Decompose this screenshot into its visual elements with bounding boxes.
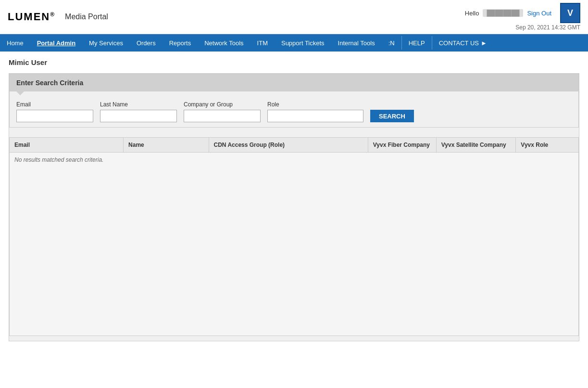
search-fields: Email Last Name Company or Group Role SE… [10, 91, 578, 127]
table-header: Email Name CDN Access Group (Role) Vyvx … [10, 138, 578, 153]
col-satellite: Vyvx Satellite Company [436, 138, 516, 153]
search-panel: Enter Search Criteria Email Last Name Co… [9, 74, 579, 128]
col-cdn: CDN Access Group (Role) [209, 138, 368, 153]
hello-label: Hello [465, 10, 479, 17]
top-bar: LUMEN® Media Portal Hello ████████ Sign … [0, 0, 588, 34]
table-row: No results matched search criteria. [10, 153, 578, 167]
lastname-input[interactable] [100, 110, 177, 122]
col-name: Name [124, 138, 209, 153]
empty-message: No results matched search criteria. [10, 153, 578, 167]
nav-itm[interactable]: ITM [250, 34, 275, 52]
results-container: Email Name CDN Access Group (Role) Vyvx … [9, 137, 579, 336]
signout-link[interactable]: Sign Out [527, 10, 551, 17]
nav-contact-us-label: CONTACT US [439, 39, 479, 47]
user-info: Hello ████████ Sign Out V [465, 3, 580, 23]
nav-home[interactable]: Home [0, 34, 30, 52]
search-panel-header: Enter Search Criteria [10, 74, 578, 91]
logo-text: LUMEN [8, 11, 50, 23]
company-field-group: Company or Group [184, 101, 261, 122]
vyvx-logo-text: V [567, 8, 573, 18]
nav-orders[interactable]: Orders [130, 34, 163, 52]
col-role: Vyvx Role [516, 138, 578, 153]
nav-help[interactable]: HELP [402, 34, 432, 52]
company-label: Company or Group [184, 101, 261, 108]
nav-internal-tools[interactable]: Internal Tools [331, 34, 382, 52]
page-heading: Mimic User [9, 58, 579, 66]
nav-network-tools[interactable]: Network Tools [198, 34, 250, 52]
nav-n[interactable]: :N [382, 34, 401, 52]
table-scroll-area[interactable]: No results matched search criteria. [10, 153, 578, 336]
lastname-label: Last Name [100, 101, 177, 108]
email-label: Email [16, 101, 93, 108]
top-bar-left: LUMEN® Media Portal [8, 11, 108, 23]
results-table: Email Name CDN Access Group (Role) Vyvx … [10, 138, 578, 153]
chevron-right-icon: ► [481, 39, 487, 47]
results-body-table: No results matched search criteria. [10, 153, 578, 167]
email-field-group: Email [16, 101, 93, 122]
search-button[interactable]: SEARCH [370, 110, 414, 122]
role-label: Role [267, 101, 363, 108]
nav-my-services[interactable]: My Services [82, 34, 130, 52]
company-input[interactable] [184, 110, 261, 122]
lastname-field-group: Last Name [100, 101, 177, 122]
col-email: Email [10, 138, 124, 153]
page-content: Mimic User Enter Search Criteria Email L… [0, 52, 588, 348]
role-input[interactable] [267, 110, 363, 122]
top-bar-right: Hello ████████ Sign Out V Sep 20, 2021 1… [465, 3, 580, 31]
datetime: Sep 20, 2021 14:32 GMT [515, 24, 580, 31]
portal-title: Media Portal [65, 13, 108, 21]
outer-panel: Enter Search Criteria Email Last Name Co… [9, 73, 579, 341]
username: ████████ [483, 9, 523, 17]
nav-bar: Home Portal Admin My Services Orders Rep… [0, 34, 588, 52]
nav-contact-us[interactable]: CONTACT US ► [432, 34, 494, 52]
nav-support-tickets[interactable]: Support Tickets [275, 34, 331, 52]
search-panel-title: Enter Search Criteria [16, 79, 83, 87]
logo-reg: ® [50, 11, 55, 18]
table-body: No results matched search criteria. [10, 153, 578, 167]
col-fiber: Vyvx Fiber Company [368, 138, 436, 153]
role-field-group: Role [267, 101, 363, 122]
nav-reports[interactable]: Reports [163, 34, 198, 52]
email-input[interactable] [16, 110, 93, 122]
lumen-logo: LUMEN® [8, 11, 55, 23]
nav-portal-admin[interactable]: Portal Admin [30, 34, 82, 52]
vyvx-logo: V [560, 3, 580, 23]
